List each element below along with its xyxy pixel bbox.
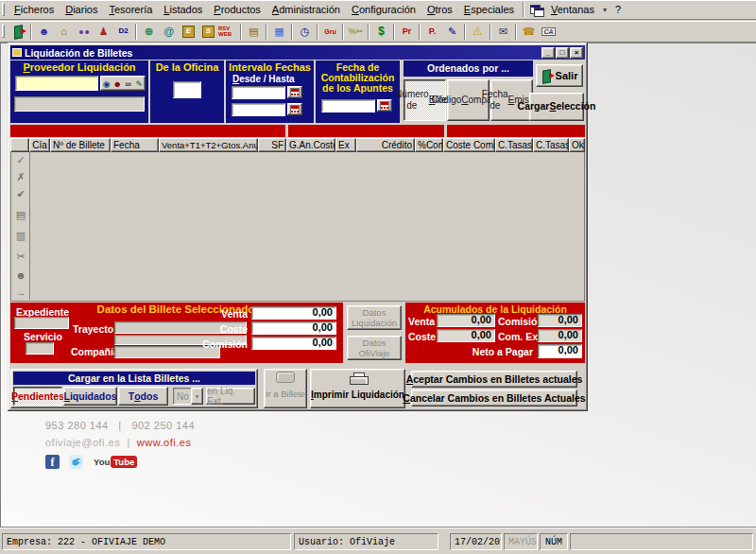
clients-icon[interactable]: ☻ — [34, 23, 54, 41]
note-icon[interactable]: ✎ — [134, 77, 146, 92]
printer-small-icon[interactable]: ▤ — [12, 207, 29, 222]
menu-help[interactable]: ? — [610, 2, 627, 17]
maximize-button[interactable]: □ — [556, 47, 569, 59]
datos-liquidacion-button[interactable]: Datos Liquidación — [347, 305, 402, 330]
column-fecha[interactable]: Fecha — [111, 138, 159, 152]
cut-icon[interactable]: ✂ — [12, 249, 29, 264]
cancelar-cambios-button[interactable]: Cancelar Cambios en Billetes Actuales — [411, 390, 577, 407]
liq-ext-combo[interactable]: No — [173, 388, 192, 405]
column-ctasas2[interactable]: C.Tasas2 — [533, 138, 569, 152]
building-s-icon[interactable]: S — [198, 23, 218, 41]
exit-icon[interactable] — [9, 23, 28, 41]
calendar-icon — [380, 101, 389, 111]
pendientes-button[interactable]: Pendientes — [13, 387, 62, 406]
menu-ventanas[interactable]: Ventanas — [545, 2, 600, 17]
acumulados-panel: Acumulados de la Liquidación Venta 0,00 … — [405, 303, 585, 363]
column-coste-comis[interactable]: Coste Comis — [443, 138, 495, 152]
delete-icon[interactable]: ✗ — [12, 169, 29, 184]
youtube-you-text: You — [94, 457, 110, 467]
calendar-clock-icon[interactable]: ◷ — [295, 23, 315, 41]
packages-icon[interactable]: ⊕ — [139, 23, 159, 41]
menu-especiales[interactable]: Especiales — [458, 2, 520, 17]
aceptar-cambios-button[interactable]: Aceptar Cambios en Billetes actuales — [411, 371, 577, 388]
dialog-titlebar[interactable]: Liquidación de Billetes _ □ × — [10, 45, 585, 60]
oficina-input[interactable] — [173, 81, 201, 98]
column-ctasas1[interactable]: C.Tasas1 — [495, 138, 533, 152]
cascade-windows-icon[interactable] — [530, 5, 542, 15]
menubar-grip[interactable] — [2, 3, 5, 16]
confirm-icon[interactable]: ✓ — [12, 152, 29, 167]
column-cia[interactable]: Cía — [29, 138, 50, 152]
ir-a-billete-button[interactable]: Ir a Billete — [264, 369, 307, 408]
calendar-hasta-button[interactable] — [287, 103, 302, 115]
pr-icon[interactable]: Pr — [397, 23, 417, 41]
cargar-seleccion-button[interactable]: Cargar Selección — [529, 93, 584, 121]
column-pcom[interactable]: %Com — [415, 138, 443, 152]
column-sf[interactable]: SF — [258, 138, 286, 152]
datos-ofiviaje-button[interactable]: Datos OfiViaje — [347, 336, 402, 360]
calendar-desde-button[interactable] — [287, 86, 302, 98]
ordenados-panel: Ordenados por ... Número de Billete Códi… — [404, 61, 533, 123]
grip-column-header[interactable] — [10, 138, 29, 152]
percent-cut-icon[interactable]: %✂ — [346, 23, 366, 41]
menu-productos[interactable]: Productos — [208, 2, 266, 17]
column-numero-billete[interactable]: Nº de Billete — [50, 138, 111, 152]
building-e-icon[interactable]: E — [179, 23, 198, 41]
phone-separator: | — [118, 420, 121, 431]
document-icon[interactable]: ▥ — [12, 228, 29, 243]
user-config-icon[interactable]: ☻ — [12, 268, 29, 283]
money-icon[interactable]: $ — [371, 23, 391, 41]
rsv-web-icon[interactable]: RSV WEB — [218, 23, 238, 41]
venta-field[interactable]: 0,00 — [251, 306, 336, 320]
menu-otros[interactable]: Otros — [421, 2, 458, 17]
form-icon[interactable]: ▦ — [269, 23, 289, 41]
doc-pen-icon[interactable]: ✎ — [442, 23, 462, 41]
packages-web-icon[interactable]: @ — [159, 23, 179, 41]
export-icon[interactable]: → — [12, 285, 29, 300]
menu-listados[interactable]: Listados — [158, 2, 208, 17]
binoculars-icon[interactable]: ∞ — [123, 77, 134, 92]
documents-d2-icon[interactable]: D2 — [113, 23, 133, 41]
imprimir-liquidacion-button[interactable]: Imprimir Liquidación — [310, 369, 405, 408]
column-ex[interactable]: Ex — [335, 138, 356, 152]
ca-box-icon[interactable]: CA — [539, 23, 558, 41]
fecha-hasta-input[interactable] — [232, 103, 285, 116]
column-gan-coste[interactable]: G.An.Coste — [286, 138, 335, 152]
close-button[interactable]: × — [570, 47, 583, 59]
traveler-icon[interactable]: ♟ — [94, 23, 113, 41]
menu-ficheros[interactable]: Ficheros — [9, 2, 60, 17]
p-doc-icon[interactable]: P. — [422, 23, 442, 41]
menu-configuracion[interactable]: Configuración — [346, 2, 421, 17]
menu-administracion[interactable]: Administración — [266, 2, 346, 17]
comision-field[interactable]: 0,00 — [251, 337, 336, 350]
salir-button[interactable]: Salir — [536, 64, 583, 87]
minimize-button[interactable]: _ — [541, 47, 555, 59]
proveedor-input[interactable] — [15, 76, 98, 91]
user-icon[interactable]: ☻ — [112, 77, 124, 92]
mail-icon[interactable]: ✉ — [493, 23, 513, 41]
view-icon[interactable]: ◉ — [101, 77, 112, 92]
warning-icon[interactable]: ⚠ — [468, 23, 488, 41]
column-venta[interactable]: Venta+T1+T2+Gtos.Anul. — [159, 138, 258, 152]
clipboard-icon[interactable]: ▤ — [244, 23, 264, 41]
todos-button[interactable]: Todos — [118, 387, 168, 406]
column-credito[interactable]: Crédito — [356, 138, 415, 152]
oficina-title: De la Oficina — [150, 61, 224, 73]
fecha-contabilizacion-input[interactable] — [321, 99, 375, 113]
calendar-contabilizacion-button[interactable] — [377, 99, 392, 112]
fecha-desde-input[interactable] — [232, 86, 285, 99]
horn-icon[interactable]: ☎ — [519, 23, 539, 41]
toolbar-grip[interactable] — [2, 25, 5, 38]
groups-icon[interactable]: ☻☻ — [74, 23, 94, 41]
column-ok[interactable]: Ok — [569, 138, 585, 152]
coste-field[interactable]: 0,00 — [251, 321, 336, 335]
liquidados-button[interactable]: Liquidados — [63, 387, 117, 406]
ventanas-dropdown-arrow[interactable]: ▾ — [600, 6, 610, 14]
combo-dropdown-icon[interactable]: ▼ — [191, 388, 203, 405]
menu-diarios[interactable]: Diarios — [60, 2, 103, 17]
group-ops-icon[interactable]: Gru — [320, 23, 340, 41]
billetes-table-body[interactable]: ✓ ✗ ✔ ▤ ▥ ✂ ☻ → — [10, 152, 585, 302]
menu-tesoreria[interactable]: Tesorería — [103, 2, 158, 17]
revert-check-icon[interactable]: ✔ — [12, 186, 29, 201]
hotel-icon[interactable]: ⌂ — [54, 23, 74, 41]
